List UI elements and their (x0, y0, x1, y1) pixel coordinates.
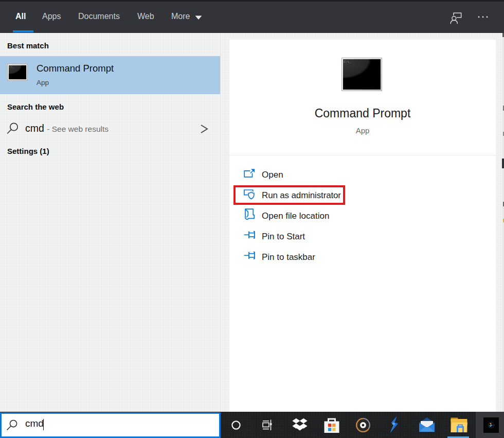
svg-text:C:\_: C:\_ (9, 66, 14, 68)
svg-text:C:\_: C:\_ (344, 60, 351, 64)
